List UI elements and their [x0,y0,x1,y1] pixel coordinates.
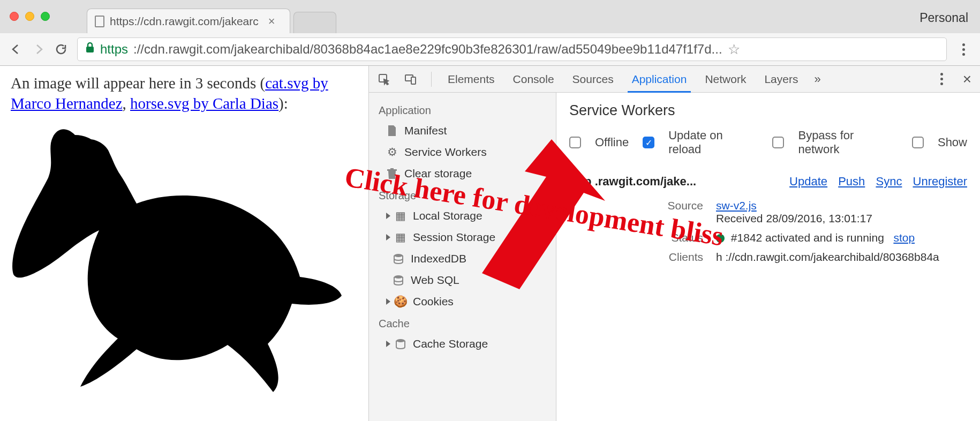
offline-checkbox[interactable] [569,137,581,148]
back-button[interactable] [10,43,22,56]
sidebar-item-local-storage[interactable]: ▦Local Storage [369,205,556,227]
minimize-window-button[interactable] [25,12,34,21]
devtools-panel: Elements Console Sources Application Net… [368,66,980,421]
chevron-right-icon [386,298,390,305]
sw-origin-row: http .rawgit.com/jake... Update Push Syn… [569,175,967,189]
update-on-reload-checkbox[interactable]: ✓ [643,137,654,148]
url-path: ://cdn.rawgit.com/jakearchibald/80368b84… [133,42,722,57]
devtools-tabbar: Elements Console Sources Application Net… [369,66,980,93]
tabs-overflow-icon[interactable]: » [814,72,820,86]
sw-push-link[interactable]: Push [838,175,865,188]
grid-icon: ▦ [395,210,406,222]
url-scheme: https [100,42,128,57]
file-icon [95,16,104,27]
new-tab-button[interactable] [293,12,336,33]
sw-received: Received 28/09/2016, 13:01:17 [716,212,872,224]
horse-image [11,114,343,403]
sidebar-item-indexeddb[interactable]: IndexedDB [369,248,556,269]
forward-button[interactable] [32,43,45,56]
gear-icon: ⚙ [386,146,398,158]
file-icon [386,125,398,137]
svg-rect-3 [411,77,416,84]
clients-label: Clients [644,251,703,264]
sidebar-group-cache: Cache [369,312,556,333]
update-on-reload-label: Update on reload [668,129,758,156]
sw-status-text: #1842 activated and is running [731,231,884,244]
sidebar-item-clear-storage[interactable]: Clear storage [369,163,556,184]
chevron-right-icon [386,234,390,240]
sw-unregister-link[interactable]: Unregister [913,175,967,188]
tab-layers[interactable]: Layers [762,66,800,92]
svg-point-4 [394,254,403,257]
chevron-right-icon [386,341,390,347]
devtools-close-icon[interactable]: × [963,71,971,88]
link-horse-svg[interactable]: horse.svg by Carla Dias [130,95,278,112]
service-workers-panel: Service Workers Offline ✓ Update on relo… [556,93,980,421]
sw-actions: Update Push Sync Unregister [782,175,967,189]
profile-label[interactable]: Personal [919,11,968,25]
page-viewport: An image will appear here in 3 seconds (… [0,66,368,421]
sidebar-group-application: Application [369,99,556,120]
address-bar[interactable]: https ://cdn.rawgit.com/jakearchibald/80… [77,37,947,61]
offline-label: Offline [595,136,629,149]
sidebar-item-cache-storage[interactable]: Cache Storage [369,333,556,355]
devtools-menu-button[interactable] [935,73,949,85]
tab-strip: https://cdn.rawgit.com/jakearc × Persona… [0,0,980,33]
sidebar-item-session-storage[interactable]: ▦Session Storage [369,227,556,248]
reload-button[interactable] [55,43,67,56]
toolbar: https ://cdn.rawgit.com/jakearchibald/80… [0,33,980,65]
sidebar-item-service-workers[interactable]: ⚙Service Workers [369,141,556,163]
sw-details-grid: Source sw-v2.js Received 28/09/2016, 13:… [644,199,967,264]
devtools-body: Application Manifest ⚙Service Workers Cl… [369,93,980,421]
status-label: Status [644,231,703,244]
close-window-button[interactable] [10,12,19,21]
sw-update-link[interactable]: Update [789,175,827,188]
bypass-label: Bypass for network [798,129,898,156]
content-area: An image will appear here in 3 seconds (… [0,66,980,421]
tab-network[interactable]: Network [703,66,748,92]
grid-icon: ▦ [395,231,406,243]
database-icon [393,274,404,286]
trash-icon [386,168,398,179]
sw-origin: http .rawgit.com/jake... [569,175,696,189]
window-controls [10,12,50,21]
sw-options-row: Offline ✓ Update on reload Bypass for ne… [569,129,967,156]
bookmark-star-icon[interactable]: ☆ [728,41,740,58]
database-icon [393,253,404,265]
sw-source-link[interactable]: sw-v2.js [716,199,757,212]
intro-text: An image will appear here in 3 seconds (… [11,73,358,114]
sw-sync-link[interactable]: Sync [876,175,902,188]
chevron-right-icon [386,213,390,219]
show-checkbox[interactable] [912,137,924,148]
tab-elements[interactable]: Elements [446,66,497,92]
device-toggle-icon[interactable] [404,73,417,86]
sidebar-item-cookies[interactable]: 🍪Cookies [369,291,556,312]
zoom-window-button[interactable] [41,12,50,21]
source-label: Source [644,199,703,225]
status-dot-icon [716,234,725,243]
sidebar-item-manifest[interactable]: Manifest [369,120,556,141]
svg-point-5 [394,275,403,279]
application-sidebar: Application Manifest ⚙Service Workers Cl… [369,93,556,421]
tab-console[interactable]: Console [511,66,556,92]
chrome-menu-button[interactable] [956,43,970,56]
browser-tab[interactable]: https://cdn.rawgit.com/jakearc × [87,9,290,33]
cookie-icon: 🍪 [395,296,406,307]
close-tab-icon[interactable]: × [268,14,275,28]
tab-application[interactable]: Application [630,66,689,92]
bypass-checkbox[interactable] [772,137,784,148]
svg-point-6 [396,339,405,342]
browser-chrome: https://cdn.rawgit.com/jakearc × Persona… [0,0,980,66]
sw-stop-link[interactable]: stop [893,231,915,244]
database-icon [395,338,406,350]
svg-rect-0 [86,47,94,52]
sidebar-group-storage: Storage [369,184,556,205]
tab-sources[interactable]: Sources [570,66,616,92]
panel-title: Service Workers [569,102,967,119]
show-label: Show [938,136,967,149]
lock-icon [85,42,95,57]
sw-clients-text: h ://cdn.rawgit.com/jakearchibald/80368b… [716,251,967,264]
tab-title: https://cdn.rawgit.com/jakearc [110,15,259,28]
inspect-icon[interactable] [378,73,390,86]
sidebar-item-websql[interactable]: Web SQL [369,269,556,291]
